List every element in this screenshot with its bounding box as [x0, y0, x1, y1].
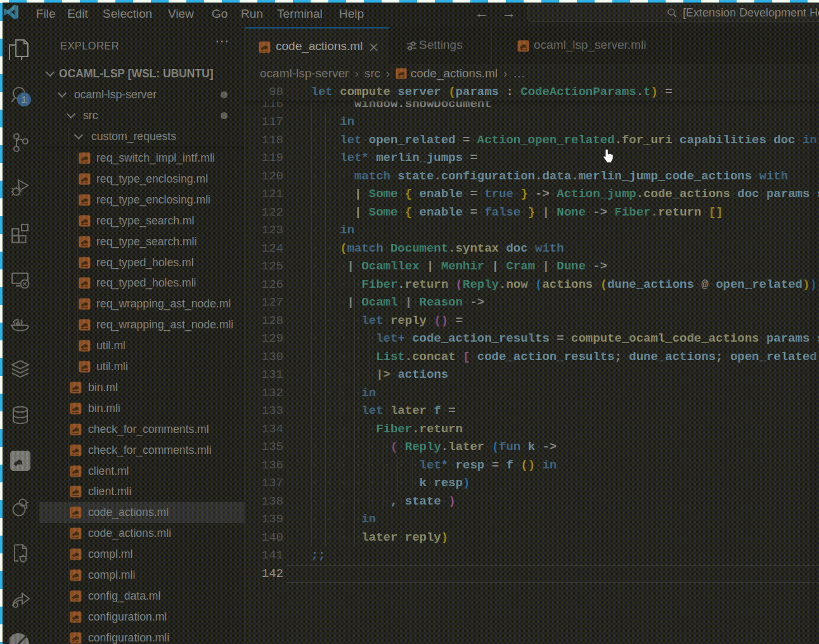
svg-text:1: 1	[22, 94, 27, 105]
